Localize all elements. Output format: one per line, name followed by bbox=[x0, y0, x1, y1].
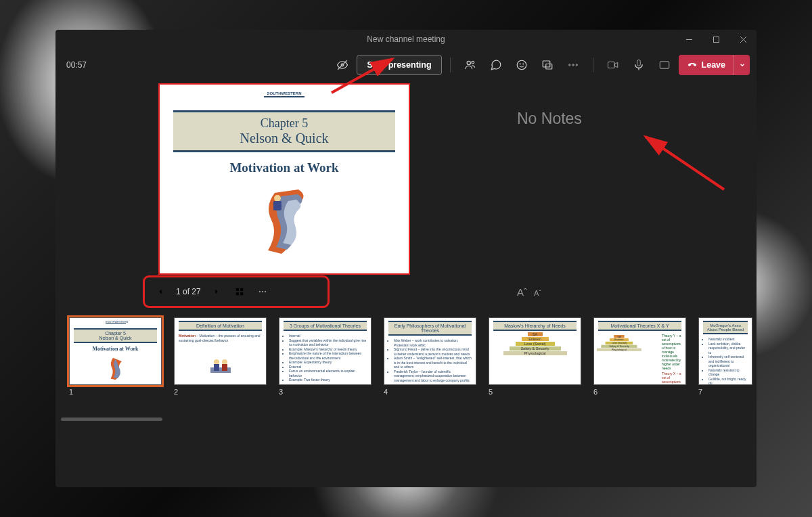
publisher-logo: SOUTHWESTERN bbox=[257, 91, 311, 106]
svg-point-14 bbox=[572, 64, 573, 66]
svg-rect-28 bbox=[210, 367, 231, 373]
thumbnail-number: 5 bbox=[489, 388, 581, 396]
svg-point-7 bbox=[471, 61, 474, 64]
font-decrease-button[interactable]: Aˇ bbox=[534, 289, 541, 298]
reactions-icon[interactable] bbox=[510, 53, 533, 76]
svg-point-26 bbox=[262, 291, 263, 292]
slide-clipart bbox=[261, 186, 329, 261]
hangup-icon bbox=[687, 60, 698, 70]
thumbnail-number: 4 bbox=[384, 388, 476, 396]
slide-nav: 1 of 27 bbox=[145, 277, 328, 306]
notes-panel: No Notes Aˆ Aˇ bbox=[476, 81, 734, 308]
privacy-eye-icon[interactable] bbox=[331, 53, 354, 76]
svg-point-10 bbox=[522, 64, 523, 64]
thumbnail-number: 6 bbox=[593, 388, 686, 396]
leave-button[interactable]: Leave bbox=[679, 55, 734, 75]
next-slide-button[interactable] bbox=[206, 282, 227, 302]
share-icon[interactable] bbox=[653, 53, 676, 76]
svg-rect-12 bbox=[545, 64, 551, 70]
meeting-toolbar: 00:57 Stop presenting bbox=[55, 49, 757, 81]
svg-rect-32 bbox=[222, 364, 227, 371]
svg-rect-21 bbox=[235, 288, 238, 291]
svg-point-6 bbox=[467, 61, 470, 64]
prev-slide-button[interactable] bbox=[150, 282, 171, 302]
svg-rect-16 bbox=[608, 62, 614, 68]
thumbnail-7[interactable]: McGregor's Assu About People Based Natur… bbox=[698, 317, 752, 385]
meeting-timer: 00:57 bbox=[62, 60, 91, 70]
titlebar: New channel meeting bbox=[55, 30, 757, 49]
svg-rect-23 bbox=[235, 292, 238, 295]
thumbnail-number: 1 bbox=[69, 388, 162, 396]
slide-counter: 1 of 27 bbox=[173, 287, 204, 296]
thumbnail-strip: SOUTHWESTERN Chapter 5 Nelson & Quick Mo… bbox=[55, 308, 757, 409]
thumbnail-6[interactable]: Motivational Theories X & Y SAEsteemLove… bbox=[593, 317, 686, 385]
no-notes-label: No Notes bbox=[476, 81, 734, 156]
participants-icon[interactable] bbox=[459, 53, 482, 76]
svg-point-9 bbox=[520, 64, 520, 64]
svg-rect-22 bbox=[240, 288, 243, 291]
svg-rect-1 bbox=[713, 37, 719, 42]
divider bbox=[450, 58, 451, 72]
thumbnail-number: 7 bbox=[698, 388, 752, 396]
svg-rect-20 bbox=[273, 201, 281, 210]
window-title: New channel meeting bbox=[367, 35, 445, 44]
chapter-heading: Chapter 5 Nelson & Quick bbox=[173, 110, 395, 152]
thumbnail-3[interactable]: 3 Groups of Motivational Theories Intern… bbox=[279, 317, 371, 385]
svg-point-27 bbox=[265, 291, 266, 292]
current-slide: SOUTHWESTERN Chapter 5 Nelson & Quick Mo… bbox=[158, 83, 410, 275]
thumbnail-1[interactable]: SOUTHWESTERN Chapter 5 Nelson & Quick Mo… bbox=[69, 317, 162, 385]
svg-point-8 bbox=[517, 60, 526, 70]
svg-point-29 bbox=[214, 359, 219, 365]
leave-dropdown[interactable] bbox=[734, 55, 750, 75]
more-actions-icon[interactable] bbox=[562, 53, 585, 76]
minimize-button[interactable] bbox=[675, 30, 702, 49]
teams-meeting-window: New channel meeting 00:57 Stop presentin… bbox=[55, 30, 757, 487]
svg-point-15 bbox=[576, 64, 577, 66]
thumbnail-number: 3 bbox=[279, 388, 371, 396]
microphone-icon[interactable] bbox=[627, 53, 650, 76]
rooms-icon[interactable] bbox=[536, 53, 559, 76]
svg-rect-31 bbox=[214, 364, 219, 371]
divider bbox=[593, 58, 593, 72]
chat-icon[interactable] bbox=[484, 53, 508, 76]
presenter-content: SOUTHWESTERN Chapter 5 Nelson & Quick Mo… bbox=[55, 81, 757, 487]
svg-point-25 bbox=[259, 291, 261, 292]
svg-point-30 bbox=[222, 359, 227, 365]
stop-presenting-button[interactable]: Stop presenting bbox=[357, 55, 441, 75]
thumbnail-scrollbar[interactable] bbox=[61, 418, 162, 421]
camera-icon[interactable] bbox=[602, 53, 625, 76]
thumbnail-2[interactable]: Definition of Motivation Motivation – Mo… bbox=[174, 317, 267, 385]
thumbnail-4[interactable]: Early Philosophers of Motivational Theor… bbox=[384, 317, 476, 385]
maximize-button[interactable] bbox=[702, 30, 729, 49]
svg-rect-24 bbox=[240, 292, 243, 295]
thumbnail-5[interactable]: Maslow's Hierarchy of Needs SA Esteem Lo… bbox=[489, 317, 581, 385]
font-increase-button[interactable]: Aˆ bbox=[517, 286, 527, 298]
slide-title: Motivation at Work bbox=[164, 160, 405, 175]
svg-point-19 bbox=[274, 195, 281, 202]
slide-more-button[interactable] bbox=[252, 282, 273, 302]
svg-point-13 bbox=[568, 64, 570, 66]
close-button[interactable] bbox=[729, 30, 757, 49]
grid-view-button[interactable] bbox=[229, 282, 250, 302]
thumbnail-number: 2 bbox=[174, 388, 267, 396]
svg-rect-17 bbox=[637, 60, 640, 66]
